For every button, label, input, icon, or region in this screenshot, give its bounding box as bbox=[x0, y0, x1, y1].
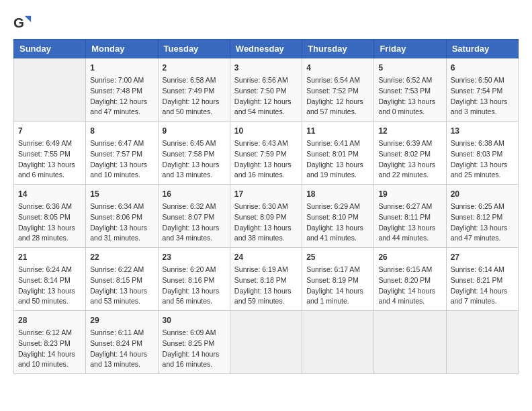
daylight-text: Daylight: 13 hours and 10 minutes. bbox=[90, 160, 153, 181]
day-number: 8 bbox=[90, 125, 153, 137]
day-number: 6 bbox=[451, 62, 514, 74]
daylight-text: Daylight: 13 hours and 3 minutes. bbox=[451, 97, 514, 118]
svg-marker-1 bbox=[25, 16, 31, 22]
day-number: 10 bbox=[234, 125, 298, 137]
daylight-text: Daylight: 13 hours and 47 minutes. bbox=[451, 223, 514, 244]
weekday-header: Friday bbox=[374, 40, 446, 58]
sunrise-text: Sunrise: 6:14 AM bbox=[451, 265, 514, 275]
sunrise-text: Sunrise: 6:11 AM bbox=[90, 328, 153, 338]
daylight-text: Daylight: 12 hours and 47 minutes. bbox=[90, 97, 153, 118]
daylight-text: Daylight: 13 hours and 31 minutes. bbox=[90, 223, 153, 244]
sunset-text: Sunset: 7:52 PM bbox=[306, 86, 369, 97]
calendar-cell: 27Sunrise: 6:14 AMSunset: 8:21 PMDayligh… bbox=[446, 248, 518, 311]
calendar-cell: 22Sunrise: 6:22 AMSunset: 8:15 PMDayligh… bbox=[86, 248, 158, 311]
daylight-text: Daylight: 13 hours and 34 minutes. bbox=[163, 223, 226, 244]
calendar-cell: 1Sunrise: 7:00 AMSunset: 7:48 PMDaylight… bbox=[86, 58, 158, 122]
weekday-header: Thursday bbox=[302, 40, 374, 58]
calendar-cell: 25Sunrise: 6:17 AMSunset: 8:19 PMDayligh… bbox=[302, 248, 374, 311]
calendar-cell: 7Sunrise: 6:49 AMSunset: 7:55 PMDaylight… bbox=[14, 122, 86, 185]
calendar-cell: 9Sunrise: 6:45 AMSunset: 7:58 PMDaylight… bbox=[158, 122, 230, 185]
sunrise-text: Sunrise: 6:50 AM bbox=[451, 75, 514, 86]
sunrise-text: Sunrise: 6:58 AM bbox=[163, 75, 226, 86]
daylight-text: Daylight: 13 hours and 53 minutes. bbox=[90, 286, 153, 308]
sunrise-text: Sunrise: 6:56 AM bbox=[234, 75, 298, 86]
sunset-text: Sunset: 8:09 PM bbox=[234, 212, 298, 223]
calendar-cell: 13Sunrise: 6:38 AMSunset: 8:03 PMDayligh… bbox=[446, 122, 518, 185]
sunset-text: Sunset: 7:50 PM bbox=[234, 86, 298, 97]
sunrise-text: Sunrise: 6:20 AM bbox=[163, 265, 226, 275]
calendar-cell: 29Sunrise: 6:11 AMSunset: 8:24 PMDayligh… bbox=[86, 311, 158, 374]
sunset-text: Sunset: 8:06 PM bbox=[90, 212, 153, 223]
calendar-cell bbox=[230, 311, 302, 374]
calendar-cell: 10Sunrise: 6:43 AMSunset: 7:59 PMDayligh… bbox=[230, 122, 302, 185]
day-number: 13 bbox=[451, 125, 514, 137]
calendar-cell: 24Sunrise: 6:19 AMSunset: 8:18 PMDayligh… bbox=[230, 248, 302, 311]
day-number: 30 bbox=[163, 314, 226, 326]
day-number: 19 bbox=[378, 188, 441, 200]
calendar-cell: 2Sunrise: 6:58 AMSunset: 7:49 PMDaylight… bbox=[158, 58, 230, 122]
sunrise-text: Sunrise: 6:45 AM bbox=[163, 138, 226, 149]
daylight-text: Daylight: 12 hours and 57 minutes. bbox=[306, 97, 369, 118]
sunrise-text: Sunrise: 6:09 AM bbox=[163, 328, 226, 338]
daylight-text: Daylight: 13 hours and 50 minutes. bbox=[18, 286, 81, 308]
sunset-text: Sunset: 8:07 PM bbox=[163, 212, 226, 223]
calendar-cell: 19Sunrise: 6:27 AMSunset: 8:11 PMDayligh… bbox=[374, 185, 446, 248]
sunrise-text: Sunrise: 6:30 AM bbox=[234, 201, 298, 212]
daylight-text: Daylight: 14 hours and 4 minutes. bbox=[378, 286, 441, 308]
sunset-text: Sunset: 8:19 PM bbox=[306, 275, 369, 286]
calendar-week-row: 14Sunrise: 6:36 AMSunset: 8:05 PMDayligh… bbox=[14, 185, 519, 248]
daylight-text: Daylight: 13 hours and 13 minutes. bbox=[163, 160, 226, 181]
sunrise-text: Sunrise: 6:24 AM bbox=[18, 265, 81, 275]
daylight-text: Daylight: 13 hours and 16 minutes. bbox=[234, 160, 298, 181]
calendar-week-row: 1Sunrise: 7:00 AMSunset: 7:48 PMDaylight… bbox=[14, 58, 519, 122]
calendar-cell: 28Sunrise: 6:12 AMSunset: 8:23 PMDayligh… bbox=[14, 311, 86, 374]
calendar-cell bbox=[14, 58, 86, 122]
daylight-text: Daylight: 14 hours and 1 minute. bbox=[306, 286, 369, 308]
calendar-cell: 21Sunrise: 6:24 AMSunset: 8:14 PMDayligh… bbox=[14, 248, 86, 311]
logo: G bbox=[13, 13, 35, 32]
day-number: 18 bbox=[306, 188, 369, 200]
calendar-week-row: 21Sunrise: 6:24 AMSunset: 8:14 PMDayligh… bbox=[14, 248, 519, 311]
day-number: 23 bbox=[163, 251, 226, 263]
daylight-text: Daylight: 13 hours and 25 minutes. bbox=[451, 160, 514, 181]
sunset-text: Sunset: 8:23 PM bbox=[18, 338, 81, 349]
calendar-cell: 3Sunrise: 6:56 AMSunset: 7:50 PMDaylight… bbox=[230, 58, 302, 122]
calendar-cell: 23Sunrise: 6:20 AMSunset: 8:16 PMDayligh… bbox=[158, 248, 230, 311]
sunset-text: Sunset: 8:21 PM bbox=[451, 275, 514, 286]
sunset-text: Sunset: 7:57 PM bbox=[90, 149, 153, 160]
daylight-text: Daylight: 13 hours and 28 minutes. bbox=[18, 223, 81, 244]
daylight-text: Daylight: 14 hours and 16 minutes. bbox=[163, 349, 226, 371]
day-number: 17 bbox=[234, 188, 298, 200]
day-number: 21 bbox=[18, 251, 81, 263]
calendar-week-row: 7Sunrise: 6:49 AMSunset: 7:55 PMDaylight… bbox=[14, 122, 519, 185]
day-number: 28 bbox=[18, 314, 81, 326]
sunset-text: Sunset: 8:05 PM bbox=[18, 212, 81, 223]
calendar-cell: 30Sunrise: 6:09 AMSunset: 8:25 PMDayligh… bbox=[158, 311, 230, 374]
sunset-text: Sunset: 8:11 PM bbox=[378, 212, 441, 223]
sunset-text: Sunset: 7:59 PM bbox=[234, 149, 298, 160]
daylight-text: Daylight: 13 hours and 59 minutes. bbox=[234, 286, 298, 308]
sunrise-text: Sunrise: 6:47 AM bbox=[90, 138, 153, 149]
day-number: 25 bbox=[306, 251, 369, 263]
sunrise-text: Sunrise: 6:38 AM bbox=[451, 138, 514, 149]
sunset-text: Sunset: 8:20 PM bbox=[378, 275, 441, 286]
sunset-text: Sunset: 8:15 PM bbox=[90, 275, 153, 286]
sunset-text: Sunset: 8:03 PM bbox=[451, 149, 514, 160]
day-number: 3 bbox=[234, 62, 298, 74]
sunrise-text: Sunrise: 6:29 AM bbox=[306, 201, 369, 212]
daylight-text: Daylight: 12 hours and 50 minutes. bbox=[163, 97, 226, 118]
sunrise-text: Sunrise: 6:22 AM bbox=[90, 265, 153, 275]
weekday-header: Wednesday bbox=[230, 40, 302, 58]
sunset-text: Sunset: 8:18 PM bbox=[234, 275, 298, 286]
sunset-text: Sunset: 8:24 PM bbox=[90, 338, 153, 349]
day-number: 24 bbox=[234, 251, 298, 263]
daylight-text: Daylight: 13 hours and 19 minutes. bbox=[306, 160, 369, 181]
sunset-text: Sunset: 7:55 PM bbox=[18, 149, 81, 160]
day-number: 14 bbox=[18, 188, 81, 200]
sunset-text: Sunset: 7:53 PM bbox=[378, 86, 441, 97]
sunrise-text: Sunrise: 6:52 AM bbox=[378, 75, 441, 86]
calendar-cell: 17Sunrise: 6:30 AMSunset: 8:09 PMDayligh… bbox=[230, 185, 302, 248]
calendar-cell: 18Sunrise: 6:29 AMSunset: 8:10 PMDayligh… bbox=[302, 185, 374, 248]
logo-icon: G bbox=[13, 13, 32, 32]
day-number: 27 bbox=[451, 251, 514, 263]
